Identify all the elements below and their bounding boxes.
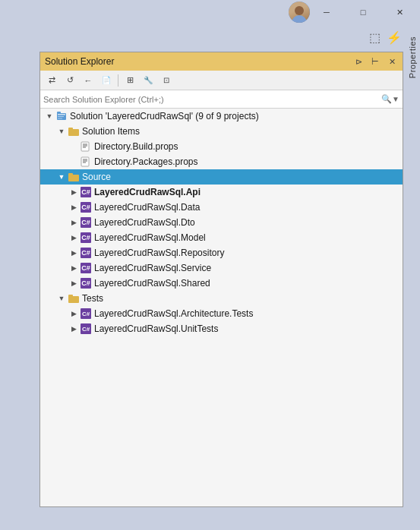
- auto-hide-icon[interactable]: ⊢: [369, 55, 381, 68]
- svg-rect-1: [57, 112, 61, 114]
- minimize-button[interactable]: ─: [309, 0, 344, 24]
- show-all-files-button[interactable]: 📄: [98, 73, 115, 88]
- dto-label: LayeredCrudRawSql.Dto: [94, 217, 195, 228]
- packages-props-expand-icon: [68, 154, 80, 169]
- se-title: Solution Explorer: [45, 56, 114, 67]
- right-toolbar: Properties: [405, 24, 420, 530]
- data-project-icon: C#: [80, 201, 92, 213]
- se-header: Solution Explorer ⊳ ⊢ ✕: [40, 52, 403, 71]
- api-node[interactable]: C# LayeredCrudRawSql.Api: [40, 185, 403, 200]
- build-props-expand-icon: [68, 139, 80, 154]
- solution-items-folder-icon: [68, 125, 80, 137]
- solution-items-label: Solution Items: [82, 126, 140, 137]
- api-expand-icon[interactable]: [68, 185, 80, 200]
- repository-node[interactable]: C# LayeredCrudRawSql.Repository: [40, 245, 403, 260]
- source-node[interactable]: Source: [40, 169, 403, 185]
- solution-node[interactable]: Solution 'LayeredCrudRawSql' (9 of 9 pro…: [40, 109, 403, 124]
- tests-label: Tests: [82, 293, 103, 304]
- svg-rect-5: [81, 142, 89, 151]
- svg-rect-2: [58, 114, 65, 115]
- unit-tests-node[interactable]: C# LayeredCrudRawSql.UnitTests: [40, 321, 403, 336]
- properties-pages-button[interactable]: ⊞: [122, 73, 138, 88]
- tests-expand-icon[interactable]: [55, 291, 68, 306]
- shared-label: LayeredCrudRawSql.Shared: [94, 278, 210, 289]
- service-label: LayeredCrudRawSql.Service: [94, 263, 211, 273]
- sync-button[interactable]: ⇄: [43, 73, 60, 88]
- settings-button[interactable]: 🔧: [140, 73, 156, 88]
- pin-icon[interactable]: ⊳: [352, 55, 365, 68]
- solution-expand-icon[interactable]: [43, 109, 55, 124]
- back-button[interactable]: ←: [80, 73, 96, 88]
- shared-node[interactable]: C# LayeredCrudRawSql.Shared: [40, 276, 403, 291]
- arch-tests-project-icon: C#: [80, 308, 92, 320]
- svg-rect-3: [58, 116, 64, 117]
- service-project-icon: C#: [80, 262, 92, 274]
- search-input[interactable]: [43, 95, 381, 104]
- title-bar-controls: ─ □ ✕: [309, 0, 417, 24]
- source-folder-icon: [68, 171, 80, 183]
- unit-tests-expand-icon[interactable]: [68, 321, 80, 336]
- solution-explorer-panel: Solution Explorer ⊳ ⊢ ✕ ⇄ ↺ ← 📄 ⊞ 🔧 ⊡ 🔍 …: [39, 52, 403, 507]
- close-button[interactable]: ✕: [382, 0, 417, 24]
- shared-expand-icon[interactable]: [68, 276, 80, 291]
- build-props-icon: [80, 140, 92, 153]
- directory-build-props-node[interactable]: Directory.Build.props: [40, 139, 403, 154]
- se-tree: Solution 'LayeredCrudRawSql' (9 of 9 pro…: [40, 109, 403, 506]
- avatar: [289, 2, 310, 23]
- solution-label: Solution 'LayeredCrudRawSql' (9 of 9 pro…: [70, 111, 259, 121]
- refresh-button[interactable]: ↺: [62, 73, 78, 88]
- directory-build-props-label: Directory.Build.props: [94, 141, 178, 152]
- se-toolbar: ⇄ ↺ ← 📄 ⊞ 🔧 ⊡: [40, 71, 403, 90]
- model-node[interactable]: C# LayeredCrudRawSql.Model: [40, 230, 403, 245]
- packages-props-icon: [80, 156, 92, 168]
- source-expand-icon[interactable]: [55, 169, 68, 185]
- search-options-icon[interactable]: ▼: [392, 95, 399, 103]
- model-expand-icon[interactable]: [68, 230, 80, 245]
- repository-expand-icon[interactable]: [68, 245, 80, 260]
- api-project-icon: C#: [80, 186, 92, 198]
- data-expand-icon[interactable]: [68, 200, 80, 215]
- se-search-bar: 🔍 ▼: [40, 90, 403, 109]
- se-header-icons: ⊳ ⊢ ✕: [352, 55, 398, 68]
- shared-project-icon: C#: [80, 277, 92, 289]
- top-icon-2[interactable]: ⚡: [387, 30, 402, 45]
- solution-items-expand-icon[interactable]: [55, 124, 68, 139]
- directory-packages-props-node[interactable]: Directory.Packages.props: [40, 154, 403, 169]
- search-icon: 🔍: [381, 94, 392, 104]
- svg-rect-4: [58, 118, 62, 119]
- top-icon-1[interactable]: ⬚: [369, 30, 381, 45]
- data-node[interactable]: C# LayeredCrudRawSql.Data: [40, 200, 403, 215]
- service-expand-icon[interactable]: [68, 260, 80, 276]
- tests-folder-icon: [68, 292, 80, 304]
- close-se-icon[interactable]: ✕: [386, 55, 398, 68]
- model-project-icon: C#: [80, 232, 92, 244]
- model-label: LayeredCrudRawSql.Model: [94, 232, 206, 243]
- maximize-button[interactable]: □: [346, 0, 381, 24]
- toolbar-separator: [118, 74, 118, 87]
- arch-tests-label: LayeredCrudRawSql.Architecture.Tests: [94, 308, 253, 319]
- top-right-icons: ⬚ ⚡: [369, 30, 402, 45]
- repository-project-icon: C#: [80, 247, 92, 259]
- unit-tests-project-icon: C#: [80, 323, 92, 335]
- source-label: Source: [82, 172, 111, 182]
- preview-button[interactable]: ⊡: [158, 73, 175, 88]
- api-label: LayeredCrudRawSql.Api: [94, 187, 201, 197]
- solution-items-node[interactable]: Solution Items: [40, 124, 403, 139]
- solution-icon: [55, 110, 68, 122]
- directory-packages-props-label: Directory.Packages.props: [94, 156, 198, 167]
- data-label: LayeredCrudRawSql.Data: [94, 202, 200, 213]
- properties-label: Properties: [408, 36, 417, 78]
- arch-tests-expand-icon[interactable]: [68, 306, 80, 321]
- service-node[interactable]: C# LayeredCrudRawSql.Service: [40, 260, 403, 276]
- svg-rect-9: [81, 157, 89, 166]
- dto-expand-icon[interactable]: [68, 215, 80, 230]
- repository-label: LayeredCrudRawSql.Repository: [94, 248, 224, 258]
- arch-tests-node[interactable]: C# LayeredCrudRawSql.Architecture.Tests: [40, 306, 403, 321]
- title-bar: ─ □ ✕: [0, 0, 420, 24]
- tests-node[interactable]: Tests: [40, 291, 403, 306]
- unit-tests-label: LayeredCrudRawSql.UnitTests: [94, 323, 218, 334]
- dto-node[interactable]: C# LayeredCrudRawSql.Dto: [40, 215, 403, 230]
- dto-project-icon: C#: [80, 216, 92, 229]
